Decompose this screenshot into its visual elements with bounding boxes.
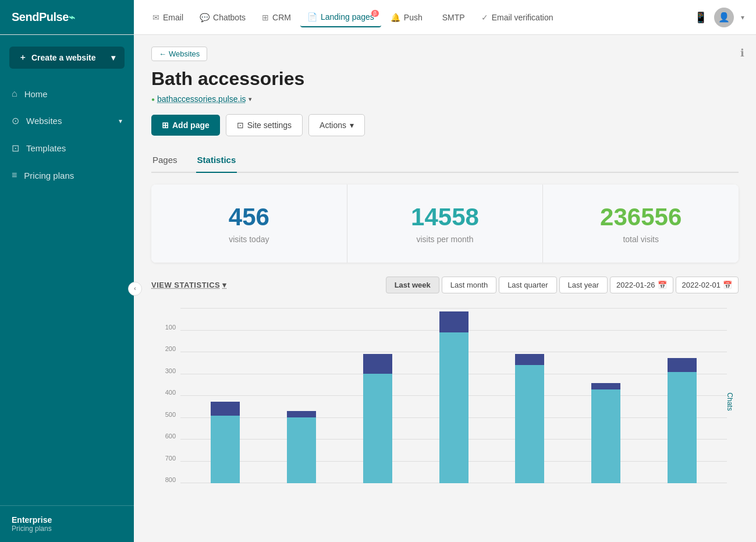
bar-group-1 [268,309,335,483]
bar-group-4 [496,309,563,483]
nav-icon: ✓ [481,13,488,22]
stats-cards: 456visits today14558visits per month2365… [151,185,739,263]
date-from-button[interactable]: 2022-01-26📅 [610,277,673,293]
sidebar-icon: ⊡ [12,143,19,154]
bar-top [591,383,620,389]
tab-statistics[interactable]: Statistics [196,150,237,172]
site-settings-icon: ⊡ [237,121,244,130]
site-settings-button[interactable]: ⊡ Site settings [226,114,303,136]
plan-label: Enterprise [12,515,122,525]
date-to-button[interactable]: 2022-02-01📅 [676,277,739,293]
sidebar-nav: ⌂Home⊙Websites▾⊡Templates≡Pricing plans [0,80,134,505]
site-url-link[interactable]: bathaccessories.pulse.is [157,94,246,104]
stat-label: visits per month [359,235,531,244]
chats-label[interactable]: Chats [725,392,733,410]
mobile-icon[interactable]: 📱 [694,11,707,24]
nav-item-push[interactable]: 🔔Push [384,8,430,27]
sidebar-item-templates[interactable]: ⊡Templates [0,134,134,162]
calendar-icon: 📅 [723,281,732,289]
url-chevron-icon[interactable]: ▾ [249,95,252,103]
stat-number: 14558 [359,203,531,231]
create-website-button[interactable]: ＋ Create a website ▾ [9,47,125,69]
nav-icon: 🔔 [391,13,400,22]
sidebar-footer: Enterprise Pricing plans [0,505,134,542]
pricing-plans-link[interactable]: Pricing plans [12,525,122,533]
bar-top [211,402,240,416]
filter-btn-last-year[interactable]: Last year [559,277,608,293]
bar-group-6 [648,309,715,483]
actions-button[interactable]: Actions ▾ [308,114,365,136]
sidebar-icon: ≡ [12,170,17,180]
sidebar-chevron-icon: ▾ [119,117,122,125]
plus-icon: ＋ [19,52,27,63]
sidebar-collapse-button[interactable]: ‹ [128,282,142,296]
stat-label: visits today [163,235,335,244]
nav-item-crm[interactable]: ⊞CRM [255,8,298,27]
y-label: 600 [151,433,176,440]
tab-pages[interactable]: Pages [151,150,179,172]
nav-icon: 📄 [307,12,317,22]
action-bar: ⊞ Add page ⊡ Site settings Actions ▾ [151,114,739,136]
status-dot: ● [151,96,155,102]
y-label: 700 [151,455,176,462]
sidebar: ＋ Create a website ▾ ⌂Home⊙Websites▾⊡Tem… [0,35,134,542]
bar-top [287,411,316,417]
sidebar-item-home[interactable]: ⌂Home [0,80,134,107]
add-page-button[interactable]: ⊞ Add page [151,115,220,136]
filter-btn-last-quarter[interactable]: Last quarter [499,277,556,293]
bar-top [363,354,392,374]
avatar-chevron[interactable]: ▾ [741,13,744,22]
logo-area: SendPulse⌁ [0,0,134,34]
content-inner: ← Websites Bath accessories ● bathaccess… [134,35,756,512]
nav-item-chatbots[interactable]: 💬Chatbots [193,8,253,27]
stat-number: 456 [163,203,335,231]
bar-group-5 [573,309,640,483]
nav-item-email[interactable]: ✉Email [145,8,190,27]
nav-icon: 💬 [200,13,210,22]
bar-top [668,358,697,372]
breadcrumb: ← Websites [151,47,739,61]
sidebar-item-websites[interactable]: ⊙Websites▾ [0,107,134,134]
bar-group-3 [420,309,487,483]
chart-header: VIEW STATISTICS ▾ Last weekLast monthLas… [151,277,739,293]
bar-bottom [211,416,240,483]
avatar[interactable]: 👤 [714,8,734,27]
bars-area [180,309,727,483]
y-label: 100 [151,324,176,331]
view-statistics-button[interactable]: VIEW STATISTICS ▾ [151,281,227,289]
bar-bottom [287,417,316,483]
top-navigation: SendPulse⌁ ✉Email💬Chatbots⊞CRM📄Landing p… [0,0,756,35]
site-url: ● bathaccessories.pulse.is ▾ [151,94,739,104]
back-to-websites-button[interactable]: ← Websites [151,47,207,61]
sidebar-item-pricing-plans[interactable]: ≡Pricing plans [0,162,134,189]
create-chevron-icon: ▾ [111,53,115,62]
nav-items: ✉Email💬Chatbots⊞CRM📄Landing pagesβ🔔PushS… [134,8,694,27]
actions-chevron-icon: ▾ [350,121,354,130]
filter-btn-last-week[interactable]: Last week [386,277,439,293]
nav-item-email-verification[interactable]: ✓Email verification [474,8,560,27]
filter-btn-last-month[interactable]: Last month [442,277,496,293]
chart-section: VIEW STATISTICS ▾ Last weekLast monthLas… [151,277,739,501]
stat-card-0: 456visits today [151,185,347,263]
bar-bottom [363,374,392,483]
sidebar-icon: ⌂ [12,88,17,99]
beta-badge: β [371,10,379,17]
calendar-icon: 📅 [658,281,667,289]
nav-icon: ✉ [152,13,159,22]
bar-top [515,354,544,365]
nav-right: 📱 👤 ▾ [694,8,756,27]
bar-bottom [515,365,544,483]
stat-number: 236556 [555,203,727,231]
bar-group-2 [344,309,411,483]
stat-label: total visits [555,235,727,244]
stat-card-1: 14558visits per month [347,185,544,263]
bar-bottom [591,389,620,483]
y-label: 800 [151,476,176,483]
nav-item-landing-pages[interactable]: 📄Landing pagesβ [300,8,381,27]
y-axis-labels: 800700600500400300200100 [151,309,180,483]
logo-text: SendPulse⌁ [12,10,74,24]
date-filters: Last weekLast monthLast quarterLast year… [386,277,739,293]
nav-item-smtp[interactable]: SMTP [432,8,472,27]
y-label: 400 [151,389,176,396]
info-icon[interactable]: ℹ [740,47,744,59]
